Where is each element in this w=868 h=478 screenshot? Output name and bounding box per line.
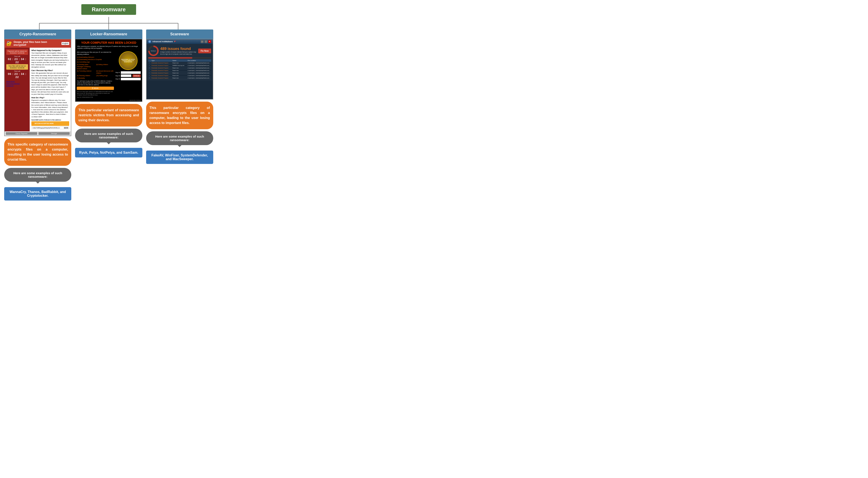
violation-9: (9) Sexual intercourse with children [96,70,114,74]
violation-6: (6) Torturing children [77,74,94,77]
lock-icon: 🔐 [6,41,12,46]
row-location: c:\users\joel j. rubenlog\AppData\Local\… [187,67,211,69]
bitcoin-icon: ₿ [32,122,34,125]
row-checkbox: ☑ [148,72,151,74]
locker-column: Locker-Ransomware YOUR COMPUTER HAS BEEN… [75,29,142,157]
locker-keys: Key #1 Key #2 Unlock Key #3 [116,71,141,80]
locker-header: Locker-Ransomware [75,29,142,39]
violation-10: (10) Selling drugs [96,74,114,77]
violations-row6: (6) Torturing children (10) Selling drug… [77,74,114,77]
violations-row4: (4) Sending spam messages containing ter… [77,64,114,70]
row-name: Report exe [172,72,187,74]
crypto-timer1: 02 : 23 : 34 : 22 [6,58,28,64]
locker-examples: Ryuk, Petya, NotPetya, and SamSam. [75,148,142,157]
crypto-desc: This specific category of ransomware enc… [4,138,71,166]
close-btn[interactable]: ✕ [208,40,211,43]
key-input-2[interactable] [121,74,131,77]
locker-screenshot: YOUR COMPUTER HAS BEEN LOCKED After scan… [75,39,142,102]
crypto-s3-title: How Do I Pay? [31,97,69,99]
row-type: Potentially Unwanted Program [151,72,172,74]
row-name: Report exe [172,74,187,77]
crypto-speech: Here are some examples of such ransomwar… [4,168,71,182]
locker-right: DEPARTMENT OF JUSTICE FEDERAL BUREAU OF … [116,51,141,98]
fbi-seal-text: DEPARTMENT OF JUSTICE FEDERAL BUREAU OF … [119,59,137,62]
scare-progress-fill [148,57,192,59]
crypto-s2-title: Can I Recover My Files? [31,69,69,71]
scare-header: Scareware [146,29,213,39]
violation-1: (1) Downloading child porn [77,56,114,58]
locker-your-id: Your ID: 97463-81618-07736 [77,96,114,98]
locker-violations: (1) Downloading child porn (2) Downloadi… [77,56,114,79]
maximize-btn[interactable]: □ [205,40,207,43]
copy-button[interactable]: Copy [64,127,68,128]
scare-titlebar: 🛡 Advanced AntiMalware 🚩 — □ ✕ [147,39,213,44]
crypto-right-panel: What Happened to My Computer? Your impor… [30,48,71,131]
key-row-1: Key #1 [116,71,141,74]
key-input-3[interactable] [121,78,141,80]
row-type: Potentially Unwanted Program [151,69,172,72]
row-type: Potentially Unwanted Program [151,64,172,67]
crypto-time-left-label2: Time Left [6,70,28,72]
row-name: Report exe [172,69,187,72]
fix-now-btn[interactable]: Fix Now [198,49,211,53]
crypto-examples: WannaCry, Thanos, BadRabbit, and Cryptol… [4,187,71,201]
crypto-bottom-bar: Check Payment Decrypt [5,131,71,136]
crypto-lang-selector[interactable]: English [61,42,69,45]
row-location: c:\users\joel j. rubenlog\AppData\Local\… [187,72,211,74]
row-location: c:\users\joel j. rubenlog\AppData\Local\… [187,69,211,72]
scare-col-name: Name [172,59,187,62]
scare-examples: FakeAV, WinFixer, SystemDefender, and Ma… [146,151,213,164]
bitcoin-b-icon: ₿ [92,87,93,89]
check-payment-btn[interactable]: Check Payment [6,132,37,135]
row-location: c:\users\joel j. rubenlog\AppData\Local\… [187,64,211,67]
locker-once-paid: Once you have paid, email us at: Refined… [77,91,114,96]
key-input-1[interactable] [121,71,141,74]
crypto-links: About bitcoin How to buy bitcoins? Conta… [6,81,28,86]
bitcoin-label: BITCOIN ACCEPTED HERE [35,123,54,124]
violation-5: (5) Promoting violence [77,70,94,74]
decrypt-btn[interactable]: Decrypt [38,132,70,135]
minimize-btn[interactable]: — [201,40,204,43]
row-location: c:\users\joel j. rubenlog\AppData\Local\… [187,74,211,77]
crypto-time-left-label: Time Left [6,56,28,57]
locker-footer: SENSORS FORUM [75,99,142,101]
scare-progress-bar [148,57,211,59]
row-name: Report exe [172,77,187,79]
table-row: ☑Potentially Unwanted ProgramReport exec… [148,69,211,72]
crypto-s1-text: Your important files are encrypted. Many… [31,52,69,68]
about-bitcoin-link[interactable]: About bitcoin [6,81,28,82]
row-type: Potentially Unwanted Program [151,74,172,77]
locker-left: After scanning your files and your IP, w… [77,51,114,98]
scare-app-title: Advanced AntiMalware [152,40,173,43]
scare-table: Type Name File Location ☑Potentially Unw… [148,59,211,79]
crypto-s2-text: Sure. We guarantee that you can recover … [31,72,69,95]
row-type: Potentially Unwanted Program [151,77,172,79]
unlock-button[interactable]: Unlock [132,74,141,77]
scare-desc: This particular category of ransomware e… [146,101,213,129]
locker-bitcoin-label: bitcoin [94,87,98,89]
row-checkbox: ☑ [148,64,151,67]
locker-body: After scanning your files and your IP, w… [75,50,142,99]
buy-bitcoin-link[interactable]: How to buy bitcoins? [6,83,28,84]
key-row-3: Key #3 [116,78,141,80]
table-row: ☑Potentially Unwanted ProgramReport exec… [148,62,211,64]
table-row: ☑Potentially Unwanted ProgramReport exec… [148,77,211,79]
contact-link[interactable]: Contact Us [6,85,28,86]
locker-after-scan: After scanning your files and your IP, w… [77,51,114,55]
crypto-left-panel: Payment will be raised on 5/15/2017 16:5… [5,48,30,131]
scare-col-type: Type [151,59,172,62]
key-label-1: Key #1 [116,72,120,73]
row-name: DM86N4 tmp log uml [172,64,187,67]
locker-bitcoin: ₿ bitcoin [77,87,114,90]
row-location: c:\users\joel j. rubenlog\AppData\Local\… [187,62,211,64]
row-type: Potentially Unwanted Program [151,67,172,69]
main-title: Ransomware [81,4,136,15]
key-label-2: Key #2 [116,75,120,77]
scare-content: Medium 489 issues found A large number o… [147,44,213,81]
violation-2: (2) Downloading elements of Zoophilia [77,59,114,61]
crypto-address-bar: 115p7UMMngoj1pMvkpHjcRefJUNX6LrLn Copy [31,126,69,129]
fbi-seal: DEPARTMENT OF JUSTICE FEDERAL BUREAU OF … [119,51,137,70]
row-name: Report exe [172,62,187,64]
scare-issues-text: 489 issues found A large number of issue… [160,47,196,55]
row-checkbox: ☑ [148,69,151,72]
